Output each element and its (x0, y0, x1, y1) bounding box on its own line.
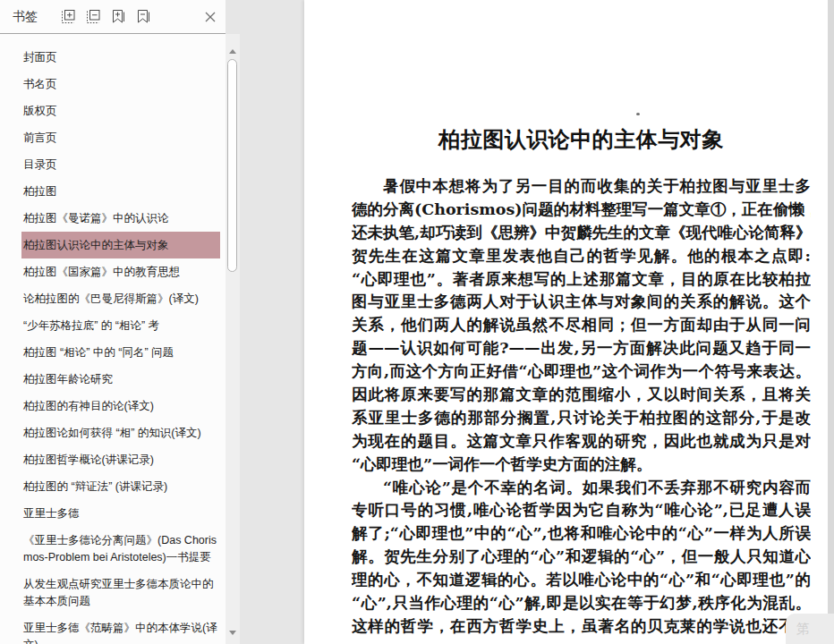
text-line: 方向,而这个方向正好借“心即理也”这个词作为一个符号来表达。 (352, 360, 811, 384)
text-line: “唯心论”是个不幸的名词。如果我们不丢弃那不研究内容而 (352, 477, 811, 500)
document-page: 柏拉图认识论中的主体与对象 暑假中本想将为了另一目的而收集的关于柏拉图与亚里士多… (304, 0, 828, 644)
text-line: 德的分离(Chorismos)问题的材料整理写一篇文章①，正在偷懒， (352, 199, 811, 222)
bookmarks-header: 书签 (0, 0, 226, 34)
scroll-up-icon[interactable] (226, 45, 240, 57)
bookmark-item[interactable]: 柏拉图认识论中的主体与对象 (21, 232, 220, 258)
bookmark-list: 封面页书名页版权页前言页目录页柏拉图柏拉图《曼诺篇》中的认识论柏拉图认识论中的主… (0, 34, 226, 644)
page-content: 柏拉图认识论中的主体与对象 暑假中本想将为了另一目的而收集的关于柏拉图与亚里士多… (304, 125, 828, 639)
bookmark-item[interactable]: 柏拉图《曼诺篇》中的认识论 (21, 205, 220, 232)
expand-all-icon[interactable] (60, 9, 76, 25)
page-indicator-text: 第 (796, 621, 810, 638)
text-line: 图与亚里士多德两人对于认识主体与对象间的关系的解说。这个 (352, 291, 811, 314)
text-line: 为现在的题目。这篇文章只作客观的研究，因此也就成为只是对 (352, 430, 811, 453)
text-line: 因此将原来要写的那篇文章的范围缩小，又以时间关系，且将关 (352, 384, 811, 407)
close-icon[interactable] (203, 10, 217, 24)
bookmark-item[interactable]: 柏拉图论如何获得 “相” 的知识(译文) (21, 419, 220, 446)
print-speck (636, 113, 640, 115)
document-body: 暑假中本想将为了另一目的而收集的关于柏拉图与亚里士多德的分离(Chorismos… (352, 175, 811, 639)
collapse-all-icon[interactable] (85, 9, 101, 25)
add-bookmark-icon[interactable] (110, 9, 126, 25)
bookmark-item[interactable]: 论柏拉图的《巴曼尼得斯篇》(译文) (21, 285, 220, 312)
bookmarks-panel: 书签 (0, 0, 226, 644)
bookmark-item[interactable]: 柏拉图的有神目的论(译文) (21, 393, 220, 419)
bookmark-item[interactable]: 柏拉图的 “辩证法” (讲课记录) (21, 473, 220, 500)
text-line: 暑假中本想将为了另一目的而收集的关于柏拉图与亚里士多 (352, 175, 811, 199)
bookmark-item[interactable]: 版权页 (21, 97, 220, 124)
bookmark-item[interactable]: 亚里士多德《范畴篇》中的本体学说(译文) (21, 614, 220, 644)
bookmark-item[interactable]: 《亚里士多德论分离问题》(Das Chorismos-Problem bei A… (21, 527, 220, 571)
bookmark-item[interactable]: 目录页 (21, 151, 220, 178)
page-indicator-bubble: 第 (786, 614, 834, 644)
scroll-down-icon[interactable] (226, 626, 240, 639)
text-line: 专听口号的习惯,唯心论哲学因为它自称为“唯心论”,已足遭人误 (352, 499, 811, 522)
document-viewer: 柏拉图认识论中的主体与对象 暑假中本想将为了另一目的而收集的关于柏拉图与亚里士多… (240, 0, 834, 644)
text-line: “心即理也”一词作一个哲学史方面的注解。 (352, 453, 811, 477)
bookmark-item[interactable]: 从发生观点研究亚里士多德本质论中的基本本质问题 (21, 571, 220, 614)
bookmark-item[interactable]: 柏拉图《国家篇》中的教育思想 (21, 258, 220, 285)
text-line: 解。贺先生分别了心理的“心”和逻辑的“心”，但一般人只知道心 (352, 546, 811, 569)
window-scrollbar[interactable] (828, 0, 834, 644)
text-line: 贺先生在这篇文章里发表他自己的哲学见解。他的根本之点即: (352, 245, 811, 268)
panel-title: 书签 (13, 9, 38, 25)
bookmark-item[interactable]: 柏拉图 “相论” 中的 “同名” 问题 (21, 339, 220, 366)
text-line: 还未执笔,却巧读到《思辨》中贺麟先生的文章《现代唯心论简释》。 (352, 222, 811, 245)
bookmark-item[interactable]: 亚里士多德 (21, 500, 220, 527)
text-line: “心”,只当作心理的“心”解,即是以实在等于幻梦,秩序化为混乱。 (352, 592, 811, 615)
bookmark-item[interactable]: 柏拉图年龄论研究 (21, 366, 220, 393)
page-title: 柏拉图认识论中的主体与对象 (352, 125, 811, 154)
text-line: 理的心，不知道逻辑的心。若以唯心论中的“心”和“心即理也”的 (352, 569, 811, 592)
sidebar-scrollbar[interactable] (226, 34, 240, 644)
sidebar-scrollbar-thumb[interactable] (227, 59, 237, 272)
text-line: 解了;“心即理也”中的“心”,也将和唯心论中的“心”一样为人所误 (352, 522, 811, 546)
bookmark-item[interactable]: 柏拉图 (21, 178, 220, 205)
remove-bookmark-icon[interactable] (135, 9, 151, 25)
text-line: 系亚里士多德的那部分搁置,只讨论关于柏拉图的这部分,于是改 (352, 407, 811, 430)
bookmark-item[interactable]: 前言页 (21, 124, 220, 151)
text-line: “心即理也”。著者原来想写的上述那篇文章，目的原在比较柏拉 (352, 268, 811, 292)
text-line: 题——认识如何可能?——出发,另一方面解决此问题又趋于同一 (352, 337, 811, 360)
bookmark-item[interactable]: 书名页 (21, 71, 220, 97)
bookmark-item[interactable]: “少年苏格拉底” 的 “相论” 考 (21, 312, 220, 339)
text-line: 这样的哲学，在西方哲学史上，虽著名的贝克莱的学说也还不能 (352, 615, 811, 639)
bookmark-item[interactable]: 柏拉图哲学概论(讲课记录) (21, 446, 220, 473)
bookmark-item[interactable]: 封面页 (21, 44, 220, 71)
text-line: 关系，他们两人的解说虽然不尽相同；但一方面却由于从同一问 (352, 314, 811, 337)
bookmarks-toolbar (60, 9, 151, 25)
